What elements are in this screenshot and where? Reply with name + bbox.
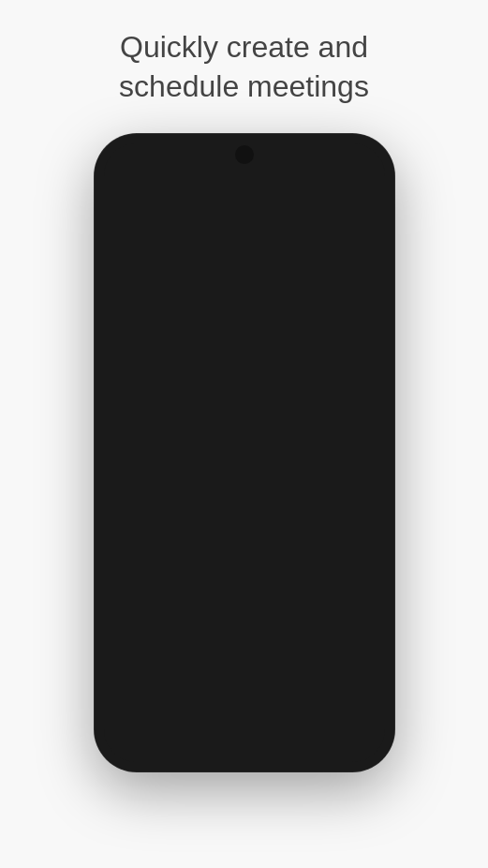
status-bar: 11:58 AM (104, 143, 385, 169)
svg-rect-2 (339, 156, 342, 163)
day-header: TUE 21 Workshop (104, 201, 385, 242)
events-overlay: Meeting room 4a Project planning Meeting… (145, 242, 385, 523)
calendar-title[interactable]: January ▾ (143, 175, 288, 195)
attendees-row: You Raymond Santos (104, 624, 385, 663)
meeting-room-4a-event[interactable]: Meeting room 4a (147, 244, 259, 364)
all-day-section: Workshop (145, 204, 385, 229)
people-icon (119, 633, 141, 655)
battery-icon (349, 153, 366, 164)
project-planning-event[interactable]: Project planning Meeting room 5c (267, 317, 377, 381)
page-title: Quickly create and schedule meetings (81, 0, 407, 125)
signal-icon (333, 153, 346, 164)
svg-rect-8 (115, 183, 134, 185)
you-chip[interactable]: You (153, 632, 194, 655)
add-room-label[interactable]: Add room (153, 674, 210, 689)
app-bar-actions (297, 174, 374, 195)
phone-screen: 11:58 AM (104, 143, 385, 762)
save-button[interactable]: Save (310, 542, 374, 572)
svg-rect-3 (342, 154, 345, 164)
svg-rect-6 (350, 156, 361, 160)
svg-rect-5 (363, 157, 365, 159)
sheet-header: Save (104, 538, 385, 576)
raymond-chip[interactable]: Raymond Santos (200, 632, 315, 655)
status-time: 11:58 AM (123, 151, 174, 165)
svg-point-11 (363, 182, 366, 185)
menu-icon[interactable] (115, 175, 134, 195)
workshop-event[interactable]: Workshop (149, 206, 381, 227)
svg-rect-0 (333, 159, 335, 163)
svg-point-12 (363, 187, 366, 189)
svg-rect-9 (115, 188, 134, 190)
status-icons (314, 153, 366, 164)
event-title: Raymond / Lori (104, 576, 385, 604)
sheet-handle (228, 531, 261, 534)
event-time: Tomorrow · 3:30–4 PM (104, 604, 385, 624)
add-room-row[interactable]: Add room (104, 663, 385, 700)
room-icon (119, 670, 141, 693)
more-options-icon[interactable] (357, 174, 374, 195)
calendar-view-icon[interactable] (327, 174, 344, 195)
calendar-scroll: 1 PM 2 PM 3 PM 4 PM (104, 242, 385, 523)
svg-rect-7 (115, 177, 134, 179)
new-event-selection[interactable] (147, 399, 381, 439)
day-label: TUE 21 (104, 204, 145, 237)
svg-rect-1 (335, 157, 338, 163)
wifi-icon (314, 153, 329, 164)
app-bar: January ▾ (104, 169, 385, 201)
search-icon[interactable] (297, 174, 314, 195)
close-button[interactable] (115, 543, 143, 571)
svg-point-10 (363, 176, 366, 179)
bottom-sheet: Save Raymond / Lori Tomorrow · 3:30–4 PM… (104, 531, 385, 700)
dropdown-icon: ▾ (207, 177, 214, 192)
attendees-chips: You Raymond Santos (153, 632, 316, 655)
